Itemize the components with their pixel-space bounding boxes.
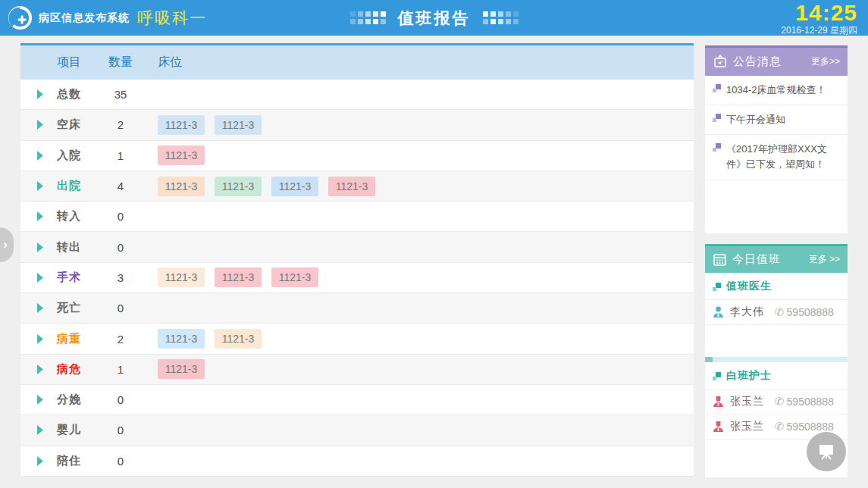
row-expand-arrow-icon[interactable] bbox=[20, 395, 57, 405]
staff-phone: ✆59508888 bbox=[775, 305, 834, 319]
bed-tag[interactable]: 1121-3 bbox=[271, 177, 318, 196]
column-header-count: 数量 bbox=[99, 55, 142, 70]
table-row: 病重21121-31121-3 bbox=[20, 324, 694, 354]
table-header-row: 项目 数量 床位 bbox=[20, 45, 694, 80]
row-count: 3 bbox=[99, 271, 142, 284]
bulletin-board-icon bbox=[713, 55, 728, 70]
duty-section-nurse: 白班护士 bbox=[705, 362, 848, 389]
table-row: 空床21121-31121-3 bbox=[20, 110, 694, 140]
row-bed-tags: 1121-31121-3 bbox=[142, 329, 694, 349]
drawer-toggle-button[interactable]: › bbox=[0, 227, 14, 262]
announcements-more-link[interactable]: 更多>> bbox=[811, 55, 840, 68]
bed-tag[interactable]: 1121-3 bbox=[158, 267, 205, 287]
row-label: 出院 bbox=[57, 179, 99, 193]
announcement-bullet-icon bbox=[713, 84, 721, 92]
row-label: 病危 bbox=[57, 362, 99, 377]
duty-spacer bbox=[705, 325, 848, 357]
table-row: 病危11121-3 bbox=[20, 355, 694, 385]
row-count: 0 bbox=[99, 302, 142, 314]
row-expand-arrow-icon[interactable] bbox=[20, 89, 57, 99]
sidebar: 公告消息 更多>> 1034-2床血常规检查！下午开会通知《2017年护理部XX… bbox=[705, 45, 848, 477]
row-bed-tags: 1121-3 bbox=[142, 359, 694, 379]
brand: 病区信息发布系统 呼吸科一 bbox=[0, 5, 207, 30]
announcement-text: 1034-2床血常规检查！ bbox=[726, 83, 826, 98]
decorative-dots-right bbox=[483, 11, 519, 24]
row-count: 0 bbox=[99, 393, 142, 406]
row-label: 总数 bbox=[57, 87, 99, 102]
bed-tag[interactable]: 1121-3 bbox=[158, 115, 205, 135]
row-expand-arrow-icon[interactable] bbox=[20, 334, 57, 344]
staff-name: 李大伟 bbox=[730, 305, 764, 319]
row-count: 35 bbox=[99, 88, 142, 101]
bed-tag[interactable]: 1121-3 bbox=[215, 115, 262, 135]
bed-tag[interactable]: 1121-3 bbox=[158, 145, 205, 165]
table-row: 婴儿0 bbox=[20, 415, 694, 446]
announcements-header: 公告消息 更多>> bbox=[705, 45, 848, 76]
row-label: 婴儿 bbox=[57, 423, 99, 437]
row-bed-tags: 1121-31121-31121-31121-3 bbox=[142, 177, 694, 196]
announcement-text: 下午开会通知 bbox=[726, 112, 785, 127]
announcement-item[interactable]: 1034-2床血常规检查！ bbox=[705, 76, 848, 105]
clock-time: 14:25 bbox=[781, 2, 857, 24]
phone-icon: ✆ bbox=[775, 420, 785, 433]
column-header-item: 项目 bbox=[57, 55, 99, 70]
bed-tag[interactable]: 1121-3 bbox=[158, 177, 205, 196]
row-expand-arrow-icon[interactable] bbox=[20, 456, 57, 466]
row-expand-arrow-icon[interactable] bbox=[20, 303, 57, 313]
phone-icon: ✆ bbox=[775, 305, 785, 319]
row-label: 病重 bbox=[57, 332, 99, 346]
row-expand-arrow-icon[interactable] bbox=[20, 120, 57, 130]
row-expand-arrow-icon[interactable] bbox=[20, 364, 57, 374]
bed-tag[interactable]: 1121-3 bbox=[328, 177, 375, 196]
duty-doctor-label: 值班医生 bbox=[726, 280, 772, 293]
row-count: 4 bbox=[99, 180, 142, 192]
row-expand-arrow-icon[interactable] bbox=[20, 242, 57, 252]
calendar-icon bbox=[713, 252, 727, 267]
top-header-bar: 病区信息发布系统 呼吸科一 值班报告 14:25 2016-12-29 星期四 bbox=[0, 0, 868, 36]
announcement-item[interactable]: 《2017年护理部XXX文件》已下发，望周知！ bbox=[705, 135, 848, 180]
phone-icon: ✆ bbox=[775, 395, 785, 408]
row-count: 1 bbox=[99, 363, 142, 376]
bed-tag[interactable]: 1121-3 bbox=[158, 329, 205, 349]
row-label: 分娩 bbox=[57, 393, 99, 407]
row-expand-arrow-icon[interactable] bbox=[20, 425, 57, 435]
announcements-list: 1034-2床血常规检查！下午开会通知《2017年护理部XXX文件》已下发，望周… bbox=[705, 76, 848, 233]
table-row: 转入0 bbox=[20, 202, 694, 232]
presentation-board-icon bbox=[816, 442, 836, 461]
bed-tag[interactable]: 1121-3 bbox=[271, 267, 318, 287]
row-expand-arrow-icon[interactable] bbox=[20, 273, 57, 283]
table-row: 转出0 bbox=[20, 232, 694, 262]
table-row: 陪住0 bbox=[20, 446, 694, 477]
row-expand-arrow-icon[interactable] bbox=[20, 211, 57, 221]
page-title: 值班报告 bbox=[398, 8, 471, 29]
bed-tag[interactable]: 1121-3 bbox=[215, 329, 262, 349]
table-row: 总数35 bbox=[20, 80, 694, 110]
chevron-right-icon: › bbox=[3, 237, 8, 252]
row-label: 转入 bbox=[57, 209, 99, 224]
clock: 14:25 2016-12-29 星期四 bbox=[781, 2, 868, 35]
row-expand-arrow-icon[interactable] bbox=[20, 181, 57, 191]
row-bed-tags: 1121-31121-3 bbox=[142, 115, 694, 135]
duty-more-link[interactable]: 更多 >> bbox=[809, 253, 840, 266]
presentation-board-button[interactable] bbox=[807, 432, 846, 471]
announcement-bullet-icon bbox=[713, 114, 721, 122]
staff-name: 张玉兰 bbox=[730, 420, 764, 433]
doctor-avatar-icon bbox=[713, 306, 724, 318]
announcements-title: 公告消息 bbox=[733, 55, 782, 69]
bed-tag[interactable]: 1121-3 bbox=[158, 359, 205, 379]
bed-tag[interactable]: 1121-3 bbox=[215, 267, 262, 287]
section-bullet-icon bbox=[713, 283, 721, 291]
staff-row: 张玉兰✆59508888 bbox=[705, 389, 848, 414]
announcement-item[interactable]: 下午开会通知 bbox=[705, 105, 848, 135]
row-count: 2 bbox=[99, 333, 142, 346]
announcement-bullet-icon bbox=[713, 143, 721, 152]
row-expand-arrow-icon[interactable] bbox=[20, 151, 57, 161]
duty-header: 今日值班 更多 >> bbox=[705, 244, 848, 273]
table-row: 死亡0 bbox=[20, 293, 694, 324]
announcements-panel: 公告消息 更多>> 1034-2床血常规检查！下午开会通知《2017年护理部XX… bbox=[705, 45, 848, 233]
duty-section-doctor: 值班医生 bbox=[705, 273, 848, 300]
row-label: 陪住 bbox=[57, 454, 99, 468]
bed-tag[interactable]: 1121-3 bbox=[215, 177, 262, 196]
app-title: 病区信息发布系统 bbox=[39, 11, 130, 25]
staff-row: 李大伟✆59508888 bbox=[705, 300, 848, 325]
